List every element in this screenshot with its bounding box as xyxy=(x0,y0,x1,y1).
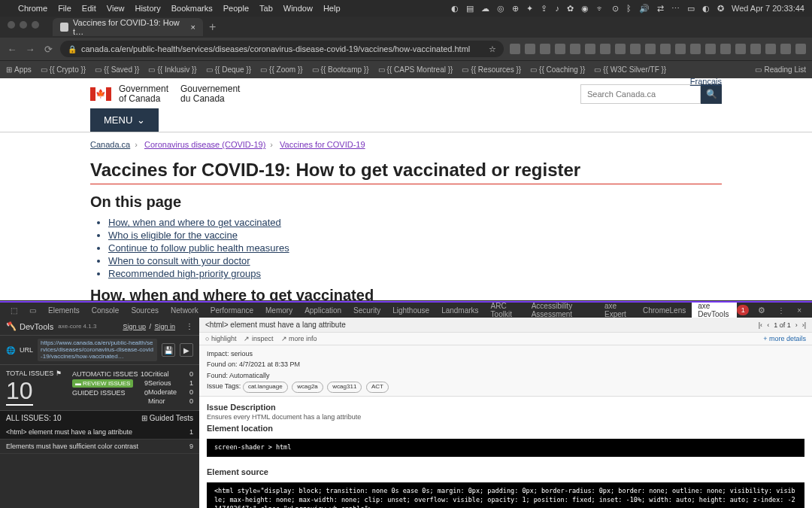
status-icon[interactable]: ◎ xyxy=(497,4,504,14)
bluetooth-icon[interactable]: ᛒ xyxy=(626,4,632,13)
toc-link[interactable]: Who is eligible for the vaccine xyxy=(108,230,722,241)
save-icon[interactable]: 💾 xyxy=(162,343,175,357)
status-icon[interactable]: ⊙ xyxy=(612,4,619,14)
toc-link[interactable]: Recommended high-priority groups xyxy=(108,268,722,279)
menu-people[interactable]: People xyxy=(223,4,249,13)
menu-tab[interactable]: Tab xyxy=(259,4,273,13)
devtools-tab[interactable]: ChromeLens xyxy=(637,303,692,318)
status-icon[interactable]: ✿ xyxy=(567,4,574,14)
bookmark-folder[interactable]: ▭ {{ Inklusiv }} xyxy=(148,65,196,74)
axe-menu-icon[interactable]: ⋮ xyxy=(186,322,193,330)
pager-last[interactable]: ›| xyxy=(802,321,806,329)
toc-link[interactable]: How, when and where to get vaccinated xyxy=(108,217,722,228)
inspect-link[interactable]: ↗ inspect xyxy=(244,335,273,342)
device-icon[interactable]: ▭ xyxy=(23,303,42,318)
menu-bookmarks[interactable]: Bookmarks xyxy=(171,4,213,13)
bookmark-folder[interactable]: ▭ {{ Crypto }} xyxy=(41,65,86,74)
star-icon[interactable]: ☆ xyxy=(489,44,496,54)
breadcrumb-link[interactable]: Vaccines for COVID-19 xyxy=(280,140,365,149)
close-tab-icon[interactable]: × xyxy=(191,23,195,32)
pager-next[interactable]: › xyxy=(795,321,798,329)
omnibox[interactable]: 🔒 canada.ca/en/public-health/services/di… xyxy=(60,41,504,57)
signin-link[interactable]: Sign in xyxy=(154,323,175,330)
reading-list[interactable]: ▭ Reading List xyxy=(755,65,806,74)
status-icon[interactable]: ◉ xyxy=(581,4,589,14)
extension-icons[interactable] xyxy=(510,44,806,54)
settings-icon[interactable]: ⚙ xyxy=(752,303,771,318)
devtools-tab[interactable]: axe Expert xyxy=(598,303,637,318)
toc-link[interactable]: Continue to follow public health measure… xyxy=(108,242,722,254)
devtools-tab[interactable]: Performance xyxy=(205,303,259,318)
clock[interactable]: Wed Apr 7 20:33:44 xyxy=(732,4,804,13)
search-button[interactable]: 🔍 xyxy=(701,84,722,104)
devtools-tab[interactable]: Lighthouse xyxy=(386,303,435,318)
pager-prev[interactable]: ‹ xyxy=(767,321,769,329)
status-icon[interactable]: ◐ xyxy=(702,4,710,14)
status-icon[interactable]: ✪ xyxy=(717,4,724,14)
bookmark-folder[interactable]: ▭ {{ Bootcamp }} xyxy=(312,65,369,74)
forward-button[interactable]: → xyxy=(24,44,36,55)
more-details-toggle[interactable]: + more details xyxy=(763,335,806,342)
highlight-toggle[interactable]: ○ highlight xyxy=(205,335,236,342)
breadcrumb-link[interactable]: Canada.ca xyxy=(90,140,130,149)
window-controls[interactable] xyxy=(8,21,39,29)
status-icon[interactable]: ☁ xyxy=(481,4,489,14)
bookmark-folder[interactable]: ▭ {{ Coaching }} xyxy=(530,65,585,74)
devtools-tab[interactable]: Memory xyxy=(259,303,298,318)
status-icon[interactable]: ⊕ xyxy=(512,4,519,14)
bookmark-folder[interactable]: ▭ {{ Saved }} xyxy=(95,65,139,74)
guided-tests-link[interactable]: ⊞ Guided Tests xyxy=(141,414,193,422)
issue-row[interactable]: Elements must have sufficient color cont… xyxy=(0,440,199,454)
browser-tab[interactable]: Vaccines for COVID-19: How t… × xyxy=(53,18,203,36)
status-icon[interactable]: ⇄ xyxy=(657,4,664,14)
devtools-tab[interactable]: Network xyxy=(165,303,205,318)
menu-help[interactable]: Help xyxy=(323,4,341,13)
main-menu-button[interactable]: MENU ⌄ xyxy=(90,108,159,132)
devtools-tab[interactable]: Security xyxy=(347,303,386,318)
moreinfo-link[interactable]: ↗ more info xyxy=(281,335,317,342)
review-issues-badge[interactable]: ▬ REVIEW ISSUES xyxy=(72,379,133,388)
status-icon[interactable]: ⋯ xyxy=(671,4,680,14)
app-name[interactable]: Chrome xyxy=(18,4,47,13)
back-button[interactable]: ← xyxy=(6,44,18,55)
status-icon[interactable]: ♪ xyxy=(555,4,559,13)
devtools-tab-active[interactable]: axe DevTools xyxy=(692,303,737,318)
issue-row[interactable]: <html> element must have a lang attribut… xyxy=(0,425,199,440)
rerun-icon[interactable]: ▶ xyxy=(180,343,193,357)
search-input[interactable] xyxy=(580,84,701,104)
bookmark-folder[interactable]: ▭ {{ CAPS Montreal }} xyxy=(378,65,453,74)
status-icon[interactable]: ▭ xyxy=(687,4,695,14)
bookmark-folder[interactable]: ▭ {{ Resources }} xyxy=(462,65,521,74)
menu-window[interactable]: Window xyxy=(283,4,313,13)
status-icon[interactable]: ⇪ xyxy=(541,4,547,14)
bookmark-folder[interactable]: ▭ {{ Deque }} xyxy=(206,65,251,74)
breadcrumb-link[interactable]: Coronavirus disease (COVID-19) xyxy=(144,140,265,149)
menu-file[interactable]: File xyxy=(58,4,71,13)
wifi-icon[interactable]: ᯤ xyxy=(596,4,604,13)
devtools-tab[interactable]: ARC Toolkit xyxy=(485,303,526,318)
status-icon[interactable]: ▤ xyxy=(466,4,474,14)
devtools-tab[interactable]: Elements xyxy=(42,303,86,318)
devtools-tab[interactable]: Accessibility Assessment xyxy=(526,303,598,318)
inspect-icon[interactable]: ⬚ xyxy=(5,303,23,318)
volume-icon[interactable]: 🔊 xyxy=(639,4,650,14)
language-toggle[interactable]: Français xyxy=(690,78,722,86)
status-icon[interactable]: ✦ xyxy=(526,4,533,14)
menu-history[interactable]: History xyxy=(135,4,160,13)
devtools-tab[interactable]: Console xyxy=(86,303,126,318)
close-icon[interactable]: × xyxy=(791,303,807,318)
error-badge[interactable]: 1 xyxy=(737,305,749,315)
bookmark-folder[interactable]: ▭ {{ Zoom }} xyxy=(260,65,302,74)
more-icon[interactable]: ⋮ xyxy=(771,303,791,318)
bookmark-item[interactable]: ⊞ Apps xyxy=(6,65,32,74)
bookmark-folder[interactable]: ▭ {{ W3C Silver/TF }} xyxy=(594,65,666,74)
status-icon[interactable]: ◐ xyxy=(451,4,459,14)
devtools-tab[interactable]: Landmarks xyxy=(435,303,484,318)
menu-view[interactable]: View xyxy=(107,4,125,13)
devtools-tab[interactable]: Sources xyxy=(125,303,165,318)
toc-link[interactable]: When to consult with your doctor xyxy=(108,255,722,266)
reload-button[interactable]: ⟳ xyxy=(42,44,54,55)
signup-link[interactable]: Sign up xyxy=(123,323,146,330)
devtools-tab[interactable]: Application xyxy=(298,303,347,318)
menu-edit[interactable]: Edit xyxy=(82,4,96,13)
